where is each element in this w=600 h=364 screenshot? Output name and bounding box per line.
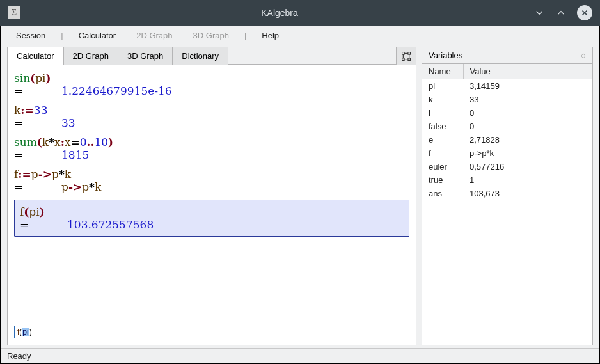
tab-calculator[interactable]: Calculator bbox=[7, 47, 64, 65]
input-row: f(pi) bbox=[14, 326, 409, 338]
token-paren: ) bbox=[46, 72, 51, 84]
variables-header: Variables ◇ bbox=[422, 47, 593, 64]
token-func: sum bbox=[14, 136, 37, 148]
token-range: .. bbox=[87, 136, 95, 148]
tab-3d-graph[interactable]: 3D Graph bbox=[118, 47, 173, 65]
token-paren: ) bbox=[40, 205, 45, 218]
table-row[interactable]: false0 bbox=[422, 120, 592, 133]
fullscreen-icon[interactable] bbox=[396, 47, 416, 65]
token-paren: ( bbox=[37, 136, 42, 148]
window-title: KAlgebra bbox=[26, 8, 533, 18]
token-var: pi bbox=[35, 72, 45, 84]
token-num: 10 bbox=[94, 136, 108, 148]
menu-3d-graph: 3D Graph bbox=[184, 29, 238, 42]
chevron-down-icon[interactable] bbox=[533, 7, 545, 19]
equals-label: = bbox=[14, 84, 61, 97]
calculator-area: sin(pi) =1.22464679915e-16 k:=33 =33 sum… bbox=[7, 65, 416, 345]
app-icon: Σ bbox=[8, 6, 20, 19]
menu-separator: | bbox=[57, 31, 67, 40]
table-row[interactable]: true1 bbox=[422, 173, 592, 187]
menu-help[interactable]: Help bbox=[253, 29, 288, 42]
chevron-up-icon[interactable] bbox=[555, 7, 567, 19]
token-op: = bbox=[71, 136, 80, 148]
history-entry: f:=p->p*k =p->p*k bbox=[14, 168, 409, 193]
token-func: sin bbox=[14, 72, 30, 84]
close-icon[interactable] bbox=[577, 5, 592, 20]
equals-label: = bbox=[14, 180, 61, 193]
equals-label: = bbox=[20, 218, 67, 231]
menu-session[interactable]: Session bbox=[7, 29, 54, 42]
col-value[interactable]: Value bbox=[463, 64, 592, 79]
token-var: p bbox=[31, 168, 38, 180]
token-num: 0 bbox=[80, 136, 87, 148]
token-var: p bbox=[52, 168, 59, 180]
tab-2d-graph[interactable]: 2D Graph bbox=[63, 47, 118, 65]
history-entry: sum(k*x:x=0..10) =1815 bbox=[14, 136, 409, 161]
table-row[interactable]: fp->p*k bbox=[422, 146, 592, 160]
table-row[interactable]: ans103,673 bbox=[422, 187, 592, 200]
result-value: 1815 bbox=[61, 148, 89, 161]
variables-title: Variables bbox=[429, 51, 462, 60]
token-arrow: -> bbox=[38, 168, 52, 180]
tab-dictionary[interactable]: Dictionary bbox=[172, 47, 228, 65]
main-pane: Calculator 2D Graph 3D Graph Dictionary … bbox=[1, 44, 599, 348]
result-value: 33 bbox=[61, 116, 75, 129]
equals-label: = bbox=[14, 148, 61, 161]
history-entry: k:=33 =33 bbox=[14, 104, 409, 129]
svg-rect-3 bbox=[402, 52, 405, 54]
token-var: x bbox=[65, 136, 71, 148]
titlebar: Σ KAlgebra bbox=[0, 0, 600, 26]
token-op: * bbox=[59, 168, 65, 180]
svg-rect-5 bbox=[402, 58, 405, 60]
col-name[interactable]: Name bbox=[422, 64, 463, 79]
token-paren: ( bbox=[30, 72, 35, 84]
result-value: 1.22464679915e-16 bbox=[61, 84, 172, 97]
token-var: x bbox=[54, 136, 61, 148]
statusbar: Ready bbox=[1, 348, 599, 363]
equals-label: = bbox=[14, 116, 61, 129]
token-num: 33 bbox=[34, 104, 48, 116]
menubar: Session | Calculator 2D Graph 3D Graph |… bbox=[1, 26, 599, 44]
status-text: Ready bbox=[7, 351, 31, 361]
svg-rect-6 bbox=[408, 58, 411, 60]
calculator-pane: Calculator 2D Graph 3D Graph Dictionary … bbox=[7, 47, 416, 345]
token-assign: := bbox=[18, 168, 31, 180]
variables-pane: Variables ◇ Name Value pi3,14159 k33 i0 bbox=[422, 47, 593, 345]
menu-calculator[interactable]: Calculator bbox=[70, 29, 125, 42]
tab-spacer bbox=[228, 47, 396, 65]
tabbar: Calculator 2D Graph 3D Graph Dictionary bbox=[7, 47, 416, 65]
token-var: k bbox=[14, 104, 20, 116]
expression-input[interactable]: f(pi) bbox=[14, 326, 409, 338]
token-var: pi bbox=[29, 205, 39, 218]
history-entry-highlighted: f(pi) =103.672557568 bbox=[14, 200, 409, 237]
token-assign: := bbox=[20, 104, 34, 116]
history-entry: sin(pi) =1.22464679915e-16 bbox=[14, 72, 409, 97]
result-value: p->p*k bbox=[61, 180, 101, 193]
table-row[interactable]: e2,71828 bbox=[422, 133, 592, 146]
menu-2d-graph: 2D Graph bbox=[127, 29, 181, 42]
table-row[interactable]: i0 bbox=[422, 106, 592, 120]
variables-table: Name Value pi3,14159 k33 i0 false0 e2,71… bbox=[422, 64, 592, 200]
table-row[interactable]: k33 bbox=[422, 93, 592, 106]
variables-table-wrap: Name Value pi3,14159 k33 i0 false0 e2,71… bbox=[422, 64, 593, 345]
token-var: k bbox=[65, 168, 71, 180]
table-row[interactable]: pi3,14159 bbox=[422, 79, 592, 93]
history-list: sin(pi) =1.22464679915e-16 k:=33 =33 sum… bbox=[14, 72, 409, 322]
token-paren: ) bbox=[108, 136, 113, 148]
result-value: 103.672557568 bbox=[67, 218, 154, 231]
token-var: k bbox=[42, 136, 49, 148]
menu-separator: | bbox=[241, 31, 250, 40]
content-area: Session | Calculator 2D Graph 3D Graph |… bbox=[0, 26, 600, 364]
dock-handle-icon[interactable]: ◇ bbox=[581, 52, 586, 59]
svg-rect-4 bbox=[408, 52, 411, 54]
table-row[interactable]: euler0,577216 bbox=[422, 160, 592, 173]
token-op: * bbox=[49, 136, 54, 148]
